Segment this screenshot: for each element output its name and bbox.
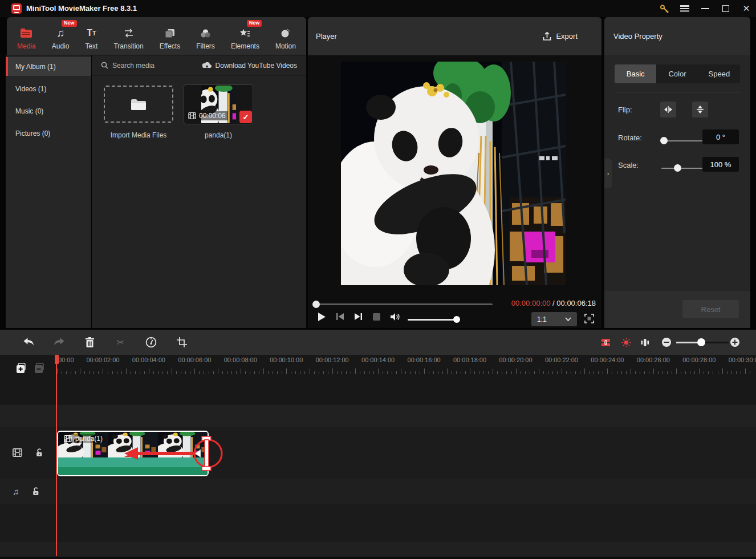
ruler-tick (631, 368, 631, 374)
ruler-label: 00:00:10:00 (263, 357, 309, 363)
ruler-tick (745, 368, 746, 374)
tab-audio[interactable]: New ♫ Audio (50, 17, 72, 55)
ruler-tick (452, 371, 452, 374)
reset-button[interactable]: Reset (682, 300, 739, 318)
scale-value[interactable]: 100 % (702, 157, 739, 172)
redo-button[interactable] (49, 330, 68, 355)
scale-handle[interactable] (674, 164, 681, 172)
import-media-dropzone[interactable] (104, 86, 173, 123)
close-button[interactable]: ✕ (738, 0, 755, 17)
delete-button[interactable] (80, 330, 99, 355)
export-icon (543, 32, 551, 41)
volume-handle[interactable] (453, 316, 460, 323)
ruler-tick (433, 371, 434, 374)
ruler-tick (153, 371, 154, 374)
speed-button[interactable] (141, 330, 161, 355)
ruler-tick (493, 368, 493, 374)
timeline-zoom-out-button[interactable] (657, 330, 676, 355)
play-button[interactable] (315, 308, 328, 325)
scale-slider[interactable] (661, 168, 705, 169)
media-item-card[interactable]: 00:00:06 ✓ (184, 84, 253, 124)
video-track-unlock-icon[interactable] (35, 448, 43, 457)
video-track-icon (13, 448, 22, 457)
volume-slider[interactable] (408, 319, 459, 321)
fit-timeline-icon[interactable] (616, 330, 636, 355)
search-icon (101, 62, 108, 69)
panel-collapse-arrow[interactable]: › (604, 159, 612, 188)
ruler-tick (328, 371, 328, 374)
add-track-button[interactable] (16, 363, 27, 376)
timeline-zoom-handle[interactable] (697, 338, 705, 346)
volume-icon[interactable] (388, 308, 403, 325)
sidebar-item-music[interactable]: Music (0) (6, 102, 91, 120)
sidebar-item-videos[interactable]: Videos (1) (6, 79, 91, 98)
maximize-button[interactable] (717, 0, 734, 17)
timeline-clip[interactable]: panda(1) (57, 431, 209, 476)
timeline-music-track[interactable] (0, 479, 756, 504)
import-folder-icon (131, 98, 147, 111)
rotate-slider[interactable] (661, 140, 705, 141)
transport-controls: 1:1 (308, 308, 601, 327)
split-scissors-button[interactable]: ✂ (111, 330, 130, 355)
attach-to-timeline-icon[interactable] (596, 330, 615, 355)
tab-media-label: Media (17, 42, 36, 50)
music-track-unlock-icon[interactable] (31, 487, 40, 496)
hamburger-menu-icon[interactable] (676, 0, 693, 17)
seek-slider[interactable] (315, 303, 493, 305)
ruler-tick (337, 371, 338, 374)
flip-vertical-button[interactable] (692, 102, 708, 118)
tab-media[interactable]: Media (15, 17, 38, 55)
video-property-title: Video Property (613, 32, 662, 40)
rotate-handle[interactable] (660, 137, 668, 144)
ruler-tick (718, 371, 718, 374)
export-button[interactable]: Export (543, 32, 578, 41)
divider (615, 92, 740, 92)
sidebar-item-pictures[interactable]: Pictures (0) (6, 124, 91, 143)
ruler-tick (635, 371, 636, 374)
rotate-value[interactable]: 0 ° (702, 129, 739, 144)
seek-handle[interactable] (312, 301, 320, 308)
tab-effects[interactable]: Effects (157, 17, 182, 55)
playhead-line[interactable] (56, 355, 57, 556)
ruler-tick (194, 368, 195, 374)
ruler-tick (84, 371, 85, 374)
previous-frame-button[interactable] (333, 308, 347, 325)
tab-filters[interactable]: Filters (194, 17, 217, 55)
ruler-tick (690, 371, 690, 374)
timeline-toolbar: ✂ (0, 330, 756, 355)
tab-basic[interactable]: Basic (615, 64, 656, 83)
timeline-zoom-in-button[interactable] (725, 330, 745, 355)
license-key-icon[interactable] (656, 0, 673, 17)
timeline-ruler-labels: 00:0000:00:02:0000:00:04:0000:00:06:0000… (0, 357, 756, 364)
tab-color[interactable]: Color (656, 64, 698, 83)
stop-button[interactable] (369, 308, 383, 325)
fullscreen-button[interactable] (584, 314, 594, 326)
ruler-tick (465, 371, 466, 374)
ruler-tick (420, 371, 420, 374)
next-frame-button[interactable] (351, 308, 365, 325)
preview-zoom-select[interactable]: 1:1 (531, 312, 577, 326)
flip-horizontal-button[interactable] (660, 102, 676, 118)
ruler-tick (713, 371, 713, 374)
ruler-tick (259, 371, 259, 374)
ruler-tick (731, 371, 732, 374)
crop-button[interactable] (172, 330, 192, 355)
download-youtube-button[interactable]: Download YouTube Videos (202, 62, 297, 70)
ruler-tick (525, 371, 526, 374)
tab-text[interactable]: TT Text (83, 17, 100, 55)
tab-speed[interactable]: Speed (698, 64, 740, 83)
tab-motion[interactable]: Motion (273, 17, 298, 55)
minimize-button[interactable] (697, 0, 714, 17)
undo-button[interactable] (19, 330, 38, 355)
sidebar-item-my-album[interactable]: My Album (1) (6, 57, 91, 76)
remove-track-button[interactable] (34, 363, 45, 376)
tab-elements[interactable]: New Elements (229, 17, 262, 55)
ruler-tick (672, 371, 672, 374)
ruler-tick (580, 371, 580, 374)
ruler-tick (534, 371, 535, 374)
panel-gap-2 (601, 17, 604, 330)
track-height-icon[interactable] (635, 330, 655, 355)
search-media-control[interactable]: Search media (101, 62, 155, 70)
video-preview (341, 62, 566, 285)
tab-transition[interactable]: Transition (111, 17, 145, 55)
